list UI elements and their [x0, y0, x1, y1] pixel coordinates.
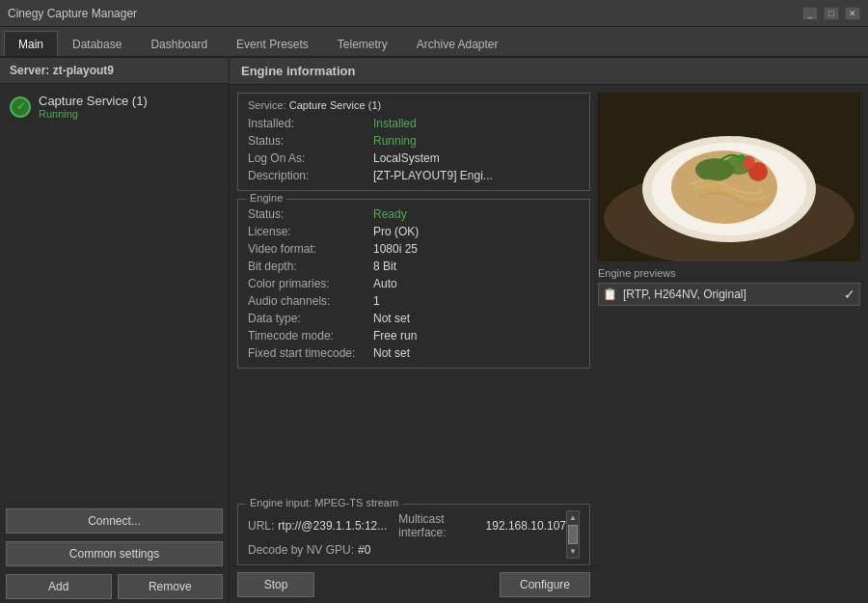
license-row: License: Pro (OK) [248, 223, 580, 240]
logon-row: Log On As: LocalSystem [248, 150, 580, 167]
status-value: Running [373, 134, 417, 148]
maximize-button[interactable]: □ [824, 7, 839, 20]
engine-input-label: Engine input: MPEG-TS stream [246, 497, 402, 508]
food-preview-svg [598, 93, 860, 261]
preview-item-text: [RTP, H264NV, Original] [623, 288, 838, 301]
window-controls: _ □ ✕ [802, 7, 860, 20]
engine-status-value: Ready [373, 207, 407, 221]
desc-value: [ZT-PLAYOUT9] Engi... [373, 169, 493, 182]
service-info-title: Service: Capture Service (1) [248, 99, 580, 111]
engine-section: Engine Status: Ready License: Pro (OK) V… [237, 199, 590, 369]
installed-row: Installed: Installed [248, 115, 580, 132]
common-settings-button[interactable]: Common settings [6, 541, 223, 566]
bit-depth-row: Bit depth: 8 Bit [248, 258, 580, 275]
tab-archive-adapter[interactable]: Archive Adapter [402, 31, 513, 56]
engine-info-header: Engine information [230, 58, 868, 85]
tab-dashboard[interactable]: Dashboard [136, 31, 222, 56]
engine-left: Service: Capture Service (1) Installed: … [230, 85, 598, 603]
timecode-mode-row: Timecode mode: Free run [248, 327, 580, 344]
preview-image [598, 93, 860, 261]
connect-row: Connect... [0, 505, 229, 537]
stop-button[interactable]: Stop [237, 572, 314, 597]
service-text: Capture Service (1) Running [39, 94, 148, 120]
common-settings-row: Common settings [0, 537, 229, 570]
tab-main[interactable]: Main [4, 31, 58, 56]
video-format-value: 1080i 25 [373, 242, 418, 256]
timecode-mode-value: Free run [373, 329, 417, 343]
service-item[interactable]: Capture Service (1) Running [0, 84, 229, 129]
svg-point-9 [738, 154, 746, 162]
tab-event-presets[interactable]: Event Presets [222, 31, 323, 56]
tab-bar: Main Database Dashboard Event Presets Te… [0, 27, 868, 58]
main-layout: Server: zt-playout9 Capture Service (1) … [0, 58, 868, 603]
url-row: URL: rtp://@239.1.1.5:12... Multicast in… [248, 510, 566, 541]
input-scrollbar[interactable]: ▲ ▼ [566, 510, 580, 559]
left-spacer [0, 129, 229, 505]
data-type-row: Data type: Not set [248, 310, 580, 327]
engine-input-section: Engine input: MPEG-TS stream URL: rtp://… [237, 504, 590, 565]
scroll-down-icon[interactable]: ▼ [569, 547, 577, 556]
color-primaries-value: Auto [373, 277, 397, 290]
engine-previews-label: Engine previews [598, 261, 860, 283]
minimize-button[interactable]: _ [802, 7, 818, 20]
titlebar: Cinegy Capture Manager _ □ ✕ [0, 0, 868, 27]
configure-button[interactable]: Configure [500, 572, 590, 597]
app-title: Cinegy Capture Manager [8, 7, 137, 20]
preview-panel: Engine previews 📋 [RTP, H264NV, Original… [598, 85, 868, 603]
connect-button[interactable]: Connect... [6, 508, 223, 534]
audio-channels-row: Audio channels: 1 [248, 292, 580, 310]
add-remove-row: Add Remove [0, 570, 229, 603]
service-status-icon [10, 96, 31, 118]
input-scroll-area: URL: rtp://@239.1.1.5:12... Multicast in… [248, 510, 580, 559]
multicast-value: 192.168.10.107 [486, 519, 566, 533]
preview-item-icon: 📋 [603, 288, 617, 301]
bit-depth-value: 8 Bit [373, 260, 396, 273]
preview-check-icon: ✓ [844, 287, 855, 302]
service-name: Capture Service (1) [39, 94, 148, 108]
status-row: Status: Running [248, 132, 580, 150]
remove-button[interactable]: Remove [118, 574, 224, 599]
license-value: Pro (OK) [373, 225, 419, 238]
tab-database[interactable]: Database [58, 31, 136, 56]
url-value: rtp://@239.1.1.5:12... [278, 519, 387, 533]
fixed-start-value: Not set [373, 346, 410, 360]
service-running-status: Running [39, 108, 148, 120]
bottom-bar: Stop Configure [230, 565, 598, 603]
tab-telemetry[interactable]: Telemetry [323, 31, 402, 56]
server-header: Server: zt-playout9 [0, 58, 229, 84]
input-content: URL: rtp://@239.1.1.5:12... Multicast in… [248, 510, 566, 559]
logon-value: LocalSystem [373, 151, 440, 165]
engine-section-label: Engine [246, 192, 286, 204]
audio-channels-value: 1 [373, 294, 380, 308]
add-button[interactable]: Add [6, 574, 112, 599]
preview-item[interactable]: 📋 [RTP, H264NV, Original] ✓ [598, 283, 860, 306]
engine-body: Service: Capture Service (1) Installed: … [230, 85, 868, 603]
decode-value: #0 [358, 543, 370, 557]
fixed-start-row: Fixed start timecode: Not set [248, 344, 580, 362]
desc-row: Description: [ZT-PLAYOUT9] Engi... [248, 167, 580, 184]
scroll-up-icon[interactable]: ▲ [569, 513, 577, 522]
right-panel: Engine information Service: Capture Serv… [230, 58, 868, 603]
scroll-thumb[interactable] [568, 525, 578, 544]
color-primaries-row: Color primaries: Auto [248, 275, 580, 292]
engine-status-row: Status: Ready [248, 206, 580, 223]
left-panel: Server: zt-playout9 Capture Service (1) … [0, 58, 230, 603]
close-button[interactable]: ✕ [845, 7, 860, 20]
service-info-box: Service: Capture Service (1) Installed: … [237, 93, 590, 191]
video-format-row: Video format: 1080i 25 [248, 240, 580, 258]
data-type-value: Not set [373, 312, 410, 325]
installed-value: Installed [373, 117, 417, 130]
decode-row: Decode by NV GPU: #0 [248, 541, 566, 559]
